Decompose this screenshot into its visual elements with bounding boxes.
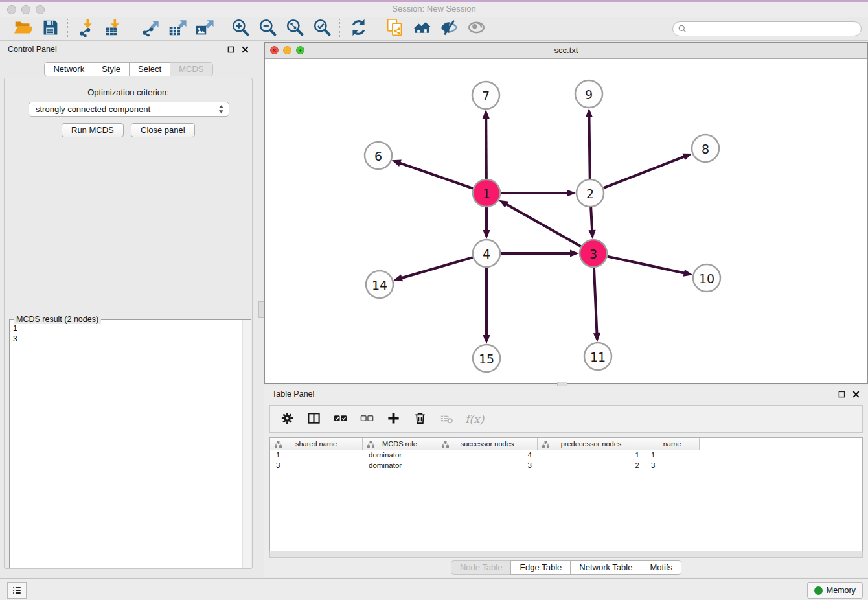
- graph-node-14[interactable]: 14: [366, 271, 393, 298]
- delete-columns-button[interactable]: [412, 411, 428, 427]
- criterion-select[interactable]: strongly connected component: [29, 102, 229, 117]
- import-network-button[interactable]: [75, 18, 97, 39]
- column-header-MCDS-role[interactable]: MCDS role: [363, 438, 437, 450]
- column-header-successor-nodes[interactable]: successor nodes: [437, 438, 538, 450]
- toggle-panels-button[interactable]: [438, 18, 460, 39]
- graph-node-7[interactable]: 7: [472, 82, 499, 109]
- graph-node-6[interactable]: 6: [365, 142, 392, 169]
- tab-edge-table[interactable]: Edge Table: [510, 560, 570, 575]
- cell[interactable]: 2: [538, 461, 645, 471]
- open-session-button[interactable]: [12, 18, 34, 39]
- graph-node-15[interactable]: 15: [473, 345, 500, 372]
- zoom-in-button[interactable]: [229, 18, 251, 39]
- edge-1-7[interactable]: [486, 117, 486, 179]
- clone-network-button[interactable]: [383, 18, 405, 39]
- cell[interactable]: 1: [538, 450, 645, 461]
- cell[interactable]: 1: [645, 450, 700, 461]
- edge-4-14[interactable]: [400, 257, 473, 279]
- column-header-shared-name[interactable]: shared name: [270, 438, 363, 450]
- tab-select[interactable]: Select: [129, 62, 170, 76]
- split-view-button[interactable]: [306, 411, 321, 427]
- table-float-button[interactable]: [837, 389, 846, 398]
- close-window-button[interactable]: [7, 5, 16, 14]
- tab-motifs[interactable]: Motifs: [641, 560, 681, 575]
- settings-button[interactable]: [279, 411, 295, 427]
- svg-text:1: 1: [483, 187, 490, 201]
- vertical-splitter-handle[interactable]: [258, 301, 264, 318]
- mcds-result-text[interactable]: 1 3: [10, 322, 242, 567]
- window-traffic-lights[interactable]: [7, 5, 45, 14]
- save-session-button[interactable]: [39, 18, 61, 39]
- criterion-value: strongly connected component: [36, 104, 150, 114]
- close-icon: [242, 46, 249, 53]
- run-mcds-button[interactable]: Run MCDS: [62, 123, 124, 137]
- network-canvas[interactable]: 7968124314101511: [266, 59, 867, 383]
- zoom-selected-button[interactable]: [311, 18, 333, 39]
- network-frame-titlebar[interactable]: ✕ − + scc.txt: [265, 43, 867, 59]
- close-panel-action-button[interactable]: Close panel: [131, 123, 195, 137]
- zoom-out-button[interactable]: [257, 18, 279, 39]
- home-button[interactable]: [411, 18, 433, 39]
- graph-node-4[interactable]: 4: [473, 240, 500, 267]
- tab-mcds[interactable]: MCDS: [170, 62, 212, 76]
- task-history-button[interactable]: [7, 582, 27, 599]
- graph-node-8[interactable]: 8: [692, 135, 719, 162]
- cell[interactable]: 3: [270, 461, 363, 471]
- deselect-all-button[interactable]: [359, 411, 374, 427]
- search-input[interactable]: [687, 23, 861, 36]
- edge-3-11[interactable]: [594, 268, 597, 335]
- cell[interactable]: 1: [270, 450, 363, 461]
- edge-1-6[interactable]: [398, 163, 473, 189]
- tab-style[interactable]: Style: [93, 62, 129, 76]
- select-all-button[interactable]: [332, 411, 348, 427]
- frame-maximize-button[interactable]: +: [296, 46, 304, 54]
- float-panel-button[interactable]: [226, 45, 235, 54]
- result-scrollbar[interactable]: [242, 320, 251, 568]
- table-row[interactable]: 1dominator411: [270, 450, 862, 461]
- import-table-button[interactable]: [102, 18, 124, 39]
- frame-close-button[interactable]: ✕: [270, 46, 279, 54]
- frame-minimize-button[interactable]: −: [283, 46, 291, 54]
- table-hscrollbar[interactable]: [269, 551, 863, 558]
- search-field[interactable]: [672, 21, 862, 36]
- open-session-icon: [14, 18, 32, 39]
- graph-node-9[interactable]: 9: [575, 80, 602, 108]
- edge-arrow-3-11: [593, 333, 600, 342]
- tab-network[interactable]: Network: [44, 62, 93, 76]
- edge-2-9[interactable]: [589, 115, 589, 179]
- export-image-button[interactable]: [193, 18, 215, 39]
- zoom-window-button[interactable]: [36, 5, 45, 14]
- graph-node-10[interactable]: 10: [693, 264, 720, 292]
- cell[interactable]: dominator: [363, 461, 437, 471]
- table-row[interactable]: 3dominator323: [270, 461, 862, 471]
- edge-3-10[interactable]: [607, 257, 685, 273]
- edge-3-1[interactable]: [505, 203, 581, 246]
- select-arrows-icon: [218, 104, 224, 114]
- export-table-button[interactable]: [166, 18, 188, 39]
- cell[interactable]: 4: [437, 450, 538, 461]
- tab-node-table[interactable]: Node Table: [451, 560, 511, 575]
- close-panel-button[interactable]: [240, 45, 249, 54]
- cell[interactable]: 3: [437, 461, 538, 471]
- export-network-button[interactable]: [139, 18, 161, 39]
- add-column-button[interactable]: [385, 411, 401, 427]
- svg-text:7: 7: [482, 89, 490, 103]
- toolbar-group: [377, 18, 494, 39]
- column-header-predecessor-nodes[interactable]: predecessor nodes: [538, 438, 645, 450]
- tab-network-table[interactable]: Network Table: [570, 560, 641, 575]
- graph-node-11[interactable]: 11: [584, 343, 611, 370]
- column-header-name[interactable]: name: [645, 438, 700, 450]
- cell[interactable]: 3: [645, 461, 700, 471]
- zoom-fit-button[interactable]: [284, 18, 306, 39]
- minimize-window-button[interactable]: [21, 5, 30, 14]
- graph-node-2[interactable]: 2: [577, 179, 604, 207]
- table-close-button[interactable]: [851, 389, 860, 398]
- graph-node-3[interactable]: 3: [580, 240, 607, 267]
- refresh-button[interactable]: [347, 18, 369, 39]
- memory-button[interactable]: Memory: [807, 582, 863, 599]
- edge-2-3[interactable]: [591, 207, 592, 232]
- cell[interactable]: dominator: [363, 450, 437, 461]
- edge-2-8[interactable]: [604, 156, 686, 188]
- edge-arrow-3-10: [683, 270, 693, 277]
- graph-node-1[interactable]: 1: [473, 179, 500, 207]
